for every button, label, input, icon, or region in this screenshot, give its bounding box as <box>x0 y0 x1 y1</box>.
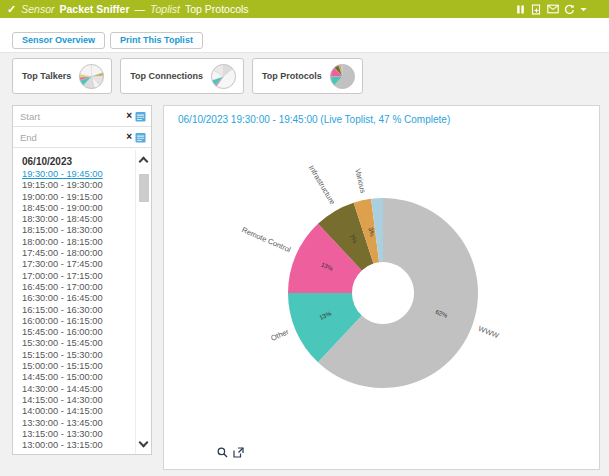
toplist-kind-label: Toplist <box>150 3 180 15</box>
time-range-item[interactable]: 16:15:00 - 16:30:00 <box>22 305 135 316</box>
zoom-chart-icon[interactable] <box>217 447 228 458</box>
slice-category-label: Various <box>353 168 367 194</box>
time-filter-panel: × × 06/10/2023 19:30:00 - 19:45:0019:15:… <box>12 105 152 455</box>
time-range-item[interactable]: 13:00:00 - 13:15:00 <box>22 440 135 451</box>
scroll-up-icon[interactable] <box>139 157 149 167</box>
slice-category-label: Remote Control <box>240 225 292 254</box>
end-calendar-icon[interactable] <box>135 132 146 143</box>
toplist-card-label: Top Protocols <box>262 71 322 81</box>
email-icon[interactable] <box>547 4 559 14</box>
mini-pie-icon <box>329 63 356 90</box>
time-range-item[interactable]: 17:45:00 - 18:00:00 <box>22 248 135 259</box>
refresh-dropdown-caret-icon[interactable] <box>580 7 587 12</box>
print-toplist-button[interactable]: Print This Toplist <box>110 32 203 49</box>
scrollbar-thumb[interactable] <box>139 174 149 202</box>
time-range-item[interactable]: 15:45:00 - 16:00:00 <box>22 327 135 338</box>
start-date-row: × <box>13 106 151 127</box>
object-kind-label: Sensor <box>21 3 54 15</box>
mini-pie-icon <box>78 63 105 90</box>
open-in-new-window-icon[interactable] <box>233 447 244 458</box>
slice-category-label: Infrastructure <box>307 164 337 207</box>
header-action-icons <box>515 4 587 15</box>
toplist-cards: Top TalkersTop ConnectionsTop Protocols <box>12 58 363 94</box>
time-range-item[interactable]: 13:15:00 - 13:30:00 <box>22 429 135 440</box>
breadcrumb-separator: — <box>135 3 146 15</box>
time-range-item[interactable]: 19:15:00 - 19:30:00 <box>22 180 135 191</box>
page-toolbar: Sensor Overview Print This Toplist <box>0 18 609 53</box>
time-range-item[interactable]: 18:45:00 - 19:00:00 <box>22 203 135 214</box>
date-header: 06/10/2023 <box>22 156 135 167</box>
time-range-item[interactable]: 16:00:00 - 16:15:00 <box>22 316 135 327</box>
time-range-item[interactable]: 13:30:00 - 13:45:00 <box>22 418 135 429</box>
mini-pie-icon <box>210 63 237 90</box>
time-range-item[interactable]: 19:00:00 - 19:15:00 <box>22 192 135 203</box>
time-range-item[interactable]: 15:00:00 - 15:15:00 <box>22 361 135 372</box>
scroll-down-icon[interactable] <box>139 438 149 448</box>
toplist-card-label: Top Connections <box>130 71 203 81</box>
refresh-icon[interactable] <box>564 4 575 15</box>
start-clear-icon[interactable]: × <box>126 111 132 121</box>
sensor-header-bar: ✓ Sensor Packet Sniffer — Toplist Top Pr… <box>0 0 609 18</box>
time-range-item[interactable]: 14:00:00 - 14:15:00 <box>22 406 135 417</box>
end-clear-icon[interactable]: × <box>126 132 132 142</box>
time-range-item[interactable]: 18:30:00 - 18:45:00 <box>22 214 135 225</box>
end-date-row: × <box>13 127 151 148</box>
sensor-overview-button[interactable]: Sensor Overview <box>12 32 105 49</box>
time-range-item[interactable]: 17:00:00 - 17:15:00 <box>22 271 135 282</box>
page-title: Top Protocols <box>185 3 249 15</box>
pause-icon[interactable] <box>515 4 526 15</box>
chart-tools <box>217 447 244 458</box>
time-range-item[interactable]: 17:30:00 - 17:45:00 <box>22 259 135 270</box>
time-range-list: 19:30:00 - 19:45:0019:15:00 - 19:30:0019… <box>22 169 135 451</box>
time-list-scrollbar[interactable] <box>135 150 151 454</box>
time-range-item[interactable]: 14:45:00 - 15:00:00 <box>22 372 135 383</box>
toplist-card-label: Top Talkers <box>22 71 71 81</box>
report-icon[interactable] <box>531 4 542 15</box>
sensor-name-link[interactable]: Packet Sniffer <box>60 3 130 15</box>
slice-category-label: Other <box>269 327 290 343</box>
time-range-item[interactable]: 16:45:00 - 17:00:00 <box>22 282 135 293</box>
status-ok-check-icon: ✓ <box>7 4 16 15</box>
slice-category-label: WWW <box>477 324 501 341</box>
time-range-item[interactable]: 14:15:00 - 14:30:00 <box>22 395 135 406</box>
toplist-card-top-protocols[interactable]: Top Protocols <box>252 58 363 94</box>
toplist-chart-panel: 06/10/2023 19:30:00 - 19:45:00 (Live Top… <box>163 105 600 470</box>
start-calendar-icon[interactable] <box>135 111 146 122</box>
time-range-item[interactable]: 16:30:00 - 16:45:00 <box>22 293 135 304</box>
time-range-item[interactable]: 18:00:00 - 18:15:00 <box>22 237 135 248</box>
protocols-donut-chart[interactable]: 62%WWW13%Other13%Remote Control7%Infrast… <box>164 124 601 454</box>
time-range-item[interactable]: 15:15:00 - 15:30:00 <box>22 350 135 361</box>
time-range-item[interactable]: 15:30:00 - 15:45:00 <box>22 338 135 349</box>
toplist-card-top-talkers[interactable]: Top Talkers <box>12 58 112 94</box>
toplist-card-top-connections[interactable]: Top Connections <box>120 58 244 94</box>
start-date-input[interactable] <box>20 111 123 122</box>
time-range-area: 06/10/2023 19:30:00 - 19:45:0019:15:00 -… <box>13 150 135 454</box>
end-date-input[interactable] <box>20 132 123 143</box>
time-range-item[interactable]: 19:30:00 - 19:45:00 <box>22 169 135 180</box>
time-range-item[interactable]: 14:30:00 - 14:45:00 <box>22 384 135 395</box>
time-range-item[interactable]: 18:15:00 - 18:30:00 <box>22 225 135 236</box>
prtg-app: ✓ Sensor Packet Sniffer — Toplist Top Pr… <box>0 0 609 476</box>
